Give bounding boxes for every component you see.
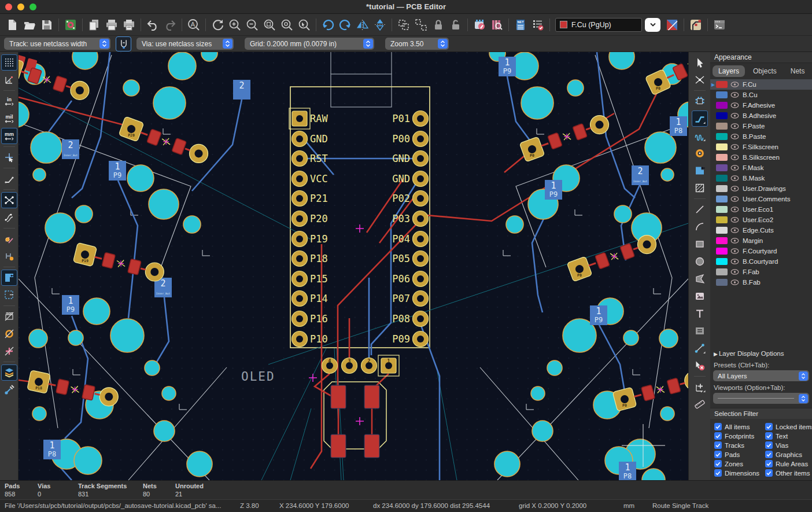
grid-visibility-button[interactable] <box>1 54 17 71</box>
draw-polygon-button[interactable] <box>692 271 708 287</box>
properties-panel-button[interactable] <box>1 382 17 398</box>
router-mode-button[interactable] <box>687 16 704 34</box>
layer-visibility-toggle[interactable] <box>730 217 739 223</box>
oled-pad[interactable] <box>331 385 346 408</box>
layer-visibility-toggle[interactable] <box>730 134 739 139</box>
page-settings-button[interactable] <box>86 16 103 34</box>
find-button[interactable]: A <box>185 16 202 34</box>
smd-pad-bottom[interactable]: 1P9 <box>590 305 607 325</box>
rule-area-button[interactable] <box>692 180 708 196</box>
layer-visibility-toggle[interactable] <box>730 269 739 275</box>
layer-color-swatch[interactable] <box>716 258 728 265</box>
oled-pad[interactable] <box>364 385 379 408</box>
save-button[interactable] <box>38 16 56 34</box>
layer-selector-expand-button[interactable] <box>645 18 660 32</box>
edit-footprint-button[interactable] <box>471 16 488 34</box>
layer-row-b-mask[interactable]: B.Mask <box>710 173 812 183</box>
filter-dimensions[interactable]: Dimensions <box>714 469 765 477</box>
zone-display-outline-button[interactable] <box>1 287 17 303</box>
layer-row-b-adhesive[interactable]: B.Adhesive <box>710 110 812 121</box>
undo-button[interactable] <box>144 16 161 34</box>
draw-arc-button[interactable] <box>692 219 708 235</box>
pcb-canvas[interactable]: 22Inner_But1P91P92Inner_But1P81P91P82Inn… <box>19 52 688 480</box>
layer-visibility-toggle[interactable] <box>730 165 739 171</box>
smd-pad-bottom[interactable]: 1P8 <box>670 116 687 136</box>
layer-row-f-paste[interactable]: F.Paste <box>710 121 812 131</box>
smd-pad-bottom[interactable]: 2 <box>233 80 250 100</box>
layer-color-swatch[interactable] <box>716 237 728 244</box>
maximize-window-button[interactable] <box>29 3 36 10</box>
smd-pad-bottom[interactable]: 1P9 <box>499 57 516 76</box>
smd-pad-bottom[interactable]: 1P8 <box>43 440 61 459</box>
layer-visibility-toggle[interactable] <box>730 227 739 233</box>
layer-row-user-eco1[interactable]: User.Eco1 <box>710 204 812 215</box>
layer-color-swatch[interactable] <box>716 123 728 130</box>
filter-rule-areas[interactable]: Rule Areas <box>765 460 812 467</box>
layer-row-f-fab[interactable]: F.Fab <box>710 267 812 277</box>
select-tool-button[interactable] <box>692 54 708 71</box>
net-highlight-button[interactable] <box>1 231 17 247</box>
layer-row-edge-cuts[interactable]: Edge.Cuts <box>710 225 812 235</box>
zoom-in-button[interactable] <box>226 16 243 34</box>
layer-color-swatch[interactable] <box>716 279 728 286</box>
refresh-view-button[interactable] <box>209 16 226 34</box>
zoom-out-button[interactable] <box>243 16 261 34</box>
smd-pad-bottom[interactable]: 1P9 <box>545 180 562 200</box>
crosshair-cursor-button[interactable] <box>1 149 17 165</box>
polar-coordinates-button[interactable]: θ <box>1 72 17 88</box>
redo-button[interactable] <box>161 16 179 34</box>
open-file-button[interactable] <box>21 16 38 34</box>
dimension-tool-button[interactable] <box>692 340 708 356</box>
draw-circle-button[interactable] <box>692 253 708 270</box>
browse-footprints-button[interactable] <box>488 16 505 34</box>
layer-color-swatch[interactable] <box>716 164 728 171</box>
place-image-button[interactable] <box>692 288 708 304</box>
viewports-dropdown[interactable] <box>713 393 809 404</box>
oled-pad[interactable] <box>364 434 379 458</box>
layer-row-margin[interactable]: Margin <box>710 235 812 246</box>
layer-visibility-toggle[interactable] <box>730 196 739 202</box>
layers-manager-button[interactable] <box>1 364 17 381</box>
layer-row-b-silkscreen[interactable]: B.Silkscreen <box>710 152 812 163</box>
layer-color-swatch[interactable] <box>716 216 728 223</box>
layer-visibility-toggle[interactable] <box>730 102 739 108</box>
layer-color-swatch[interactable] <box>716 102 728 109</box>
layer-row-f-silkscreen[interactable]: F.Silkscreen <box>710 142 812 152</box>
presets-dropdown[interactable]: All Layers <box>713 370 809 381</box>
tune-length-button[interactable] <box>692 128 708 144</box>
layer-color-swatch[interactable] <box>716 196 728 202</box>
zone-display-filled-button[interactable] <box>1 270 17 286</box>
tab-nets[interactable]: Nets <box>785 65 811 77</box>
place-textbox-button[interactable] <box>692 323 708 339</box>
layer-display-options[interactable]: ▶Layer Display Options <box>710 348 812 359</box>
layer-visibility-toggle[interactable] <box>730 82 739 87</box>
layer-visibility-toggle[interactable] <box>730 238 739 244</box>
minimize-window-button[interactable] <box>17 3 24 10</box>
smd-pad-bottom[interactable]: 2Inner_But <box>62 139 79 159</box>
smd-pad-bottom[interactable]: 1P9 <box>109 161 126 181</box>
sketch-pads-button[interactable] <box>1 326 17 342</box>
smd-pad-bottom[interactable]: 2Inner_But <box>632 165 649 185</box>
filter-zones[interactable]: Zones <box>714 460 765 467</box>
layer-color-swatch[interactable] <box>716 154 728 161</box>
layer-row-b-fab[interactable]: B.Fab <box>710 277 812 288</box>
filter-vias[interactable]: Vias <box>765 441 812 449</box>
layer-row-b-cu[interactable]: B.Cu <box>710 90 812 100</box>
filter-all-items[interactable]: All items <box>714 423 765 430</box>
layer-visibility-toggle[interactable] <box>730 123 739 129</box>
layer-visibility-toggle[interactable] <box>730 248 739 254</box>
layer-color-swatch[interactable] <box>716 248 728 255</box>
rotate-ccw-button[interactable] <box>319 16 337 34</box>
track-width-dropdown[interactable]: Track: use netclass width <box>4 38 110 50</box>
layer-visibility-toggle[interactable] <box>730 175 739 181</box>
filter-graphics[interactable]: Graphics <box>765 451 812 458</box>
layer-visibility-toggle[interactable] <box>730 207 739 212</box>
layer-color-swatch[interactable] <box>716 175 728 182</box>
clear-net-highlight-button[interactable] <box>1 248 17 264</box>
sketch-footprints-button[interactable] <box>1 308 17 325</box>
sketch-tracks-button[interactable] <box>1 343 17 359</box>
layer-color-swatch[interactable] <box>716 133 728 140</box>
lock-button[interactable] <box>430 16 447 34</box>
layer-color-swatch[interactable] <box>716 268 728 275</box>
layer-visibility-toggle[interactable] <box>730 154 739 160</box>
